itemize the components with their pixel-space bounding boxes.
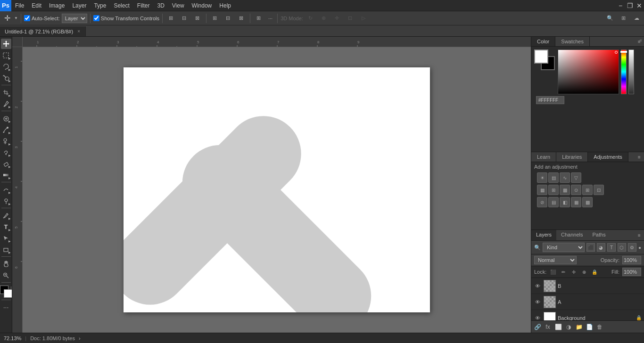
new-fill-btn[interactable]: ◑ xyxy=(564,323,573,331)
color-gradient-picker[interactable] xyxy=(558,49,619,94)
tab-libraries[interactable]: Libraries xyxy=(556,152,588,162)
lasso-tool-btn[interactable]: ▶ xyxy=(1,61,11,72)
layer-item-a[interactable]: 👁 A xyxy=(531,294,644,310)
doc-tab-close[interactable]: × xyxy=(76,29,82,34)
menu-file[interactable]: File xyxy=(11,0,28,11)
adj-invert-icon[interactable]: ⊘ xyxy=(537,197,547,207)
tab-color[interactable]: Color xyxy=(531,37,555,46)
menu-edit[interactable]: Edit xyxy=(28,0,45,11)
adj-selective-color-icon[interactable]: ▩ xyxy=(582,197,593,207)
tab-swatches[interactable]: Swatches xyxy=(555,37,590,46)
layer-filter-pixel-btn[interactable]: ⬛ xyxy=(586,243,595,252)
lock-all-btn[interactable]: 🔒 xyxy=(591,268,598,276)
panel-menu-layers[interactable]: ≡ xyxy=(635,230,644,240)
layer-visibility-b[interactable]: 👁 xyxy=(533,282,542,290)
3d-icon-1[interactable]: ↻ xyxy=(305,13,316,24)
color-hue-slider[interactable] xyxy=(621,49,627,94)
tab-layers[interactable]: Layers xyxy=(531,230,556,240)
close-button[interactable]: ✕ xyxy=(635,0,644,11)
align-center-h-icon[interactable]: ⊟ xyxy=(179,13,190,24)
layer-filter-smart-btn[interactable]: ⚙ xyxy=(628,243,636,252)
menu-help[interactable]: Help xyxy=(215,0,235,11)
crop-tool-btn[interactable]: ▶ xyxy=(1,87,11,98)
status-arrow[interactable]: › xyxy=(79,335,81,341)
menu-3d[interactable]: 3D xyxy=(153,0,168,11)
panel-menu-adj[interactable]: ≡ xyxy=(635,152,644,162)
document-tab[interactable]: Untitled-1 @ 72.1% (RGB/8#) × xyxy=(0,26,87,36)
adj-levels-icon[interactable]: ▤ xyxy=(548,172,559,183)
restore-button[interactable]: ❐ xyxy=(625,0,635,11)
more-tools-btn[interactable]: ··· xyxy=(1,302,11,312)
gradient-tool-btn[interactable]: ▶ xyxy=(1,170,11,180)
minimize-button[interactable]: − xyxy=(616,0,625,11)
tab-learn[interactable]: Learn xyxy=(531,152,556,162)
distribute-top-icon[interactable]: ⊞ xyxy=(209,13,221,24)
path-select-btn[interactable]: ▶ xyxy=(1,233,11,243)
layer-visibility-bg[interactable]: 👁 xyxy=(533,314,542,321)
adj-vibrance-icon[interactable]: ▦ xyxy=(537,185,547,195)
delete-layer-btn[interactable]: 🗑 xyxy=(595,323,604,331)
search-btn[interactable]: 🔍 xyxy=(604,13,616,24)
fg-bg-color-control[interactable]: ↕ xyxy=(0,286,12,298)
adj-color-balance-icon[interactable]: ▩ xyxy=(560,185,570,195)
tab-channels[interactable]: Channels xyxy=(556,230,587,240)
adj-curves-icon[interactable]: ∿ xyxy=(560,172,570,183)
healing-brush-btn[interactable]: ▶ xyxy=(1,113,11,123)
move-tool-chevron[interactable]: ▼ xyxy=(14,16,18,20)
blur-tool-btn[interactable]: ▶ xyxy=(1,184,11,195)
layer-filter-adj-btn[interactable]: ◕ xyxy=(597,243,605,252)
menu-view[interactable]: View xyxy=(168,0,188,11)
workspace-btn[interactable]: ⊞ xyxy=(618,13,629,24)
canvas-document[interactable] xyxy=(124,67,430,312)
dodge-tool-btn[interactable]: ▶ xyxy=(1,196,11,206)
menu-layer[interactable]: Layer xyxy=(68,0,90,11)
lock-position-btn[interactable]: ✛ xyxy=(570,268,578,276)
menu-select[interactable]: Select xyxy=(110,0,133,11)
pen-tool-btn[interactable]: ▶ xyxy=(1,210,11,220)
cloud-btn[interactable]: ☁ xyxy=(631,13,642,24)
layer-item-background[interactable]: 👁 Background 🔒 xyxy=(531,310,644,320)
magic-wand-tool-btn[interactable]: ▶ xyxy=(1,73,11,83)
adj-channel-mix-icon[interactable]: ⊞ xyxy=(582,185,593,195)
zoom-tool-btn[interactable] xyxy=(1,270,11,280)
adj-brightness-icon[interactable]: ☀ xyxy=(537,172,547,183)
link-layers-btn[interactable]: 🔗 xyxy=(533,323,542,331)
menu-type[interactable]: Type xyxy=(90,0,110,11)
layer-item-b[interactable]: 👁 B xyxy=(531,278,644,294)
tab-paths[interactable]: Paths xyxy=(588,230,611,240)
auto-select-target[interactable]: Layer xyxy=(62,14,87,23)
add-style-btn[interactable]: fx xyxy=(544,323,552,331)
show-transform-checkbox[interactable]: Show Transform Controls xyxy=(93,15,159,21)
shape-tool-btn[interactable]: ▶ xyxy=(1,244,11,254)
new-layer-btn[interactable]: 📄 xyxy=(585,323,594,331)
eraser-tool-btn[interactable]: ▶ xyxy=(1,158,11,169)
move-tool-btn[interactable] xyxy=(1,39,11,49)
distribute-center-v-icon[interactable]: ⊟ xyxy=(223,13,234,24)
hex-color-value[interactable]: #FFFFFF xyxy=(536,96,564,104)
fill-input[interactable] xyxy=(622,268,641,276)
hand-tool-btn[interactable] xyxy=(1,259,11,269)
layer-kind-select[interactable]: Kind xyxy=(543,243,585,252)
rect-select-tool-btn[interactable]: ▶ xyxy=(1,50,11,60)
add-mask-btn[interactable]: ⬜ xyxy=(554,323,562,331)
align-left-icon[interactable]: ⊞ xyxy=(165,13,177,24)
3d-icon-2[interactable]: ⊕ xyxy=(318,13,330,24)
blend-mode-select[interactable]: Normal xyxy=(534,256,577,264)
opacity-input[interactable] xyxy=(622,256,641,264)
3d-icon-4[interactable]: ⊡ xyxy=(345,13,356,24)
menu-image[interactable]: Image xyxy=(45,0,68,11)
3d-icon-3[interactable]: ✛ xyxy=(331,13,343,24)
3d-icon-5[interactable]: ▷ xyxy=(358,13,369,24)
layer-filter-shape-btn[interactable]: ⬡ xyxy=(618,243,626,252)
text-tool-btn[interactable]: T ▶ xyxy=(1,221,11,232)
distribute-bottom-icon[interactable]: ⊠ xyxy=(236,13,247,24)
adj-posterize-icon[interactable]: ▤ xyxy=(548,197,559,207)
color-opacity-slider[interactable] xyxy=(628,49,634,94)
layer-visibility-a[interactable]: 👁 xyxy=(533,298,542,306)
menu-filter[interactable]: Filter xyxy=(133,0,154,11)
adj-photo-filter-icon[interactable]: ⊙ xyxy=(571,185,581,195)
layer-filter-type-btn[interactable]: T xyxy=(607,243,616,252)
adj-exposure-icon[interactable]: ▽ xyxy=(571,172,581,183)
color-fg-swatch[interactable] xyxy=(534,49,548,64)
brush-tool-btn[interactable]: ▶ xyxy=(1,124,11,135)
